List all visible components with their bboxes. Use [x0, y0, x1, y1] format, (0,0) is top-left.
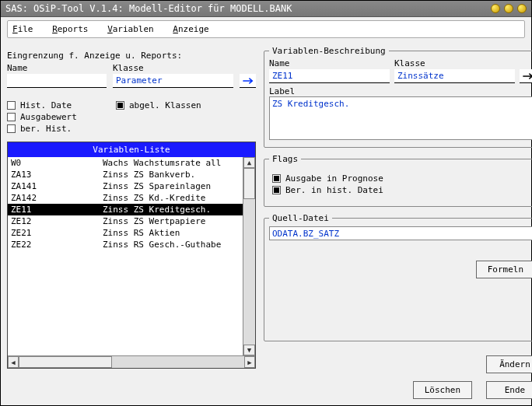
list-item-desc: Zinss RS Aktien	[103, 228, 180, 238]
menu-file[interactable]: File	[12, 24, 33, 34]
list-item-code: ZA13	[11, 170, 103, 180]
loeschen-button[interactable]: Löschen	[413, 381, 472, 399]
variablen-beschreibung-legend: Variablen-Beschreibung	[269, 46, 389, 56]
list-item-desc: Wachs Wachstumsrate all	[103, 158, 221, 168]
close-icon[interactable]	[517, 4, 527, 13]
vertical-scrollbar[interactable]: ▲ ▼	[243, 157, 255, 355]
besch-klasse-input[interactable]	[394, 69, 515, 83]
menu-anzeige[interactable]: Anzeige	[173, 24, 208, 34]
flags-group: Flags Ausgabe in Prognose Ber. in hist. …	[264, 154, 532, 207]
maximize-icon[interactable]	[504, 4, 513, 13]
formeln-button[interactable]: Formeln	[476, 261, 532, 278]
list-item[interactable]: ZE11Zinss ZS Kreditgesch.	[8, 204, 243, 215]
client-area: File Reports Variablen Anzeige Eingrenzu…	[1, 17, 531, 405]
filter-name-input[interactable]	[7, 74, 107, 88]
list-item-desc: Zinss ZS Bankverb.	[103, 170, 195, 180]
check-ausgabewert[interactable]	[7, 113, 16, 121]
filters-heading: Eingrenzung f. Anzeige u. Reports:	[7, 51, 256, 61]
variablen-liste: Variablen-Liste W0Wachs Wachstumsrate al…	[7, 142, 256, 369]
list-item[interactable]: ZE22Zinss RS Gesch.-Guthabe	[8, 239, 243, 250]
content: Eingrenzung f. Anzeige u. Reports: Name …	[7, 46, 525, 399]
check-abgel-klassen[interactable]	[116, 101, 124, 110]
variablen-liste-rows[interactable]: W0Wachs Wachstumsrate allZA13Zinss ZS Ba…	[8, 157, 243, 355]
quell-datei-group: Quell-Datei ODATA.BZ_SATZ Formeln	[264, 213, 532, 341]
variablen-beschreibung-group: Variablen-Beschreibung Name Klasse	[264, 46, 532, 148]
besch-klasse-label: Klasse	[394, 59, 515, 69]
flag-ber-hist-check[interactable]	[272, 186, 281, 194]
aendern-button[interactable]: Ändern	[486, 355, 532, 373]
list-item[interactable]: ZA142Zinss ZS Kd.-Kredite	[8, 192, 243, 204]
scroll-left-icon[interactable]: ◀	[8, 356, 19, 368]
check-abgel-klassen-label: abgel. Klassen	[129, 100, 201, 110]
list-item[interactable]: ZE12Zinss ZS Wertpapiere	[8, 215, 243, 227]
besch-label-textarea[interactable]	[269, 96, 532, 140]
check-ausgabewert-label: Ausgabewert	[20, 112, 77, 122]
action-buttons-2: Löschen Ende	[262, 381, 532, 399]
besch-name-label: Name	[269, 59, 390, 69]
list-item-code: ZA142	[11, 193, 103, 203]
variablen-liste-header: Variablen-Liste	[8, 142, 255, 157]
list-item-desc: Zinss ZS Kreditgesch.	[103, 205, 211, 215]
scroll-thumb[interactable]	[243, 168, 255, 199]
ende-button[interactable]: Ende	[486, 381, 532, 399]
filter-klasse-arrow[interactable]	[240, 74, 256, 88]
right-panel: Variablen-Beschreibung Name Klasse	[262, 46, 532, 399]
check-hist-date-label: Hist. Date	[20, 100, 72, 110]
besch-klasse-arrow[interactable]	[520, 69, 532, 83]
list-item-desc: Zinss ZS Spareinlagen	[103, 181, 211, 191]
check-ber-hist-label: ber. Hist.	[20, 124, 72, 134]
filter-row: Name Klasse	[7, 64, 256, 88]
list-item-code: ZE21	[11, 228, 103, 238]
flags-legend: Flags	[269, 154, 301, 164]
window-title: SAS: OSiP-Tool V.1.4: Modell-Editor für …	[5, 3, 292, 14]
list-item-code: ZA141	[11, 181, 103, 191]
list-item[interactable]: ZA141Zinss ZS Spareinlagen	[8, 180, 243, 192]
window-controls	[491, 4, 527, 13]
list-item[interactable]: W0Wachs Wachstumsrate all	[8, 157, 243, 169]
besch-name-input[interactable]	[269, 69, 390, 83]
filter-klasse-label: Klasse	[113, 64, 233, 74]
list-item-code: W0	[11, 158, 103, 168]
flag-ber-hist-label: Ber. in hist. Datei	[285, 185, 383, 195]
scroll-right-icon[interactable]: ▶	[244, 356, 255, 368]
quell-datei-value[interactable]: ODATA.BZ_SATZ	[269, 226, 532, 240]
horizontal-scrollbar[interactable]: ◀ ▶	[8, 355, 255, 368]
list-item-desc: Zinss RS Gesch.-Guthabe	[103, 240, 221, 250]
list-item-code: ZE12	[11, 216, 103, 226]
scroll-up-icon[interactable]: ▲	[243, 157, 255, 168]
list-item-code: ZE11	[11, 205, 103, 215]
check-ber-hist[interactable]	[7, 124, 16, 133]
check-hist-date[interactable]	[7, 101, 16, 110]
menu-variablen[interactable]: Variablen	[107, 24, 154, 34]
besch-label-label: Label	[269, 86, 532, 96]
left-panel: Eingrenzung f. Anzeige u. Reports: Name …	[7, 46, 256, 399]
list-item-desc: Zinss ZS Wertpapiere	[103, 216, 205, 226]
titlebar[interactable]: SAS: OSiP-Tool V.1.4: Modell-Editor für …	[1, 1, 531, 17]
flag-ausgabe-label: Ausgabe in Prognose	[285, 173, 383, 184]
hscroll-thumb[interactable]	[19, 356, 112, 368]
scroll-down-icon[interactable]: ▼	[243, 345, 255, 355]
flag-ausgabe-check[interactable]	[272, 174, 281, 183]
window: SAS: OSiP-Tool V.1.4: Modell-Editor für …	[0, 0, 532, 406]
filter-name-label: Name	[7, 64, 107, 74]
menubar: File Reports Variablen Anzeige	[7, 20, 525, 38]
list-item[interactable]: ZE21Zinss RS Aktien	[8, 227, 243, 239]
action-buttons: Ändern	[262, 355, 532, 373]
list-item-desc: Zinss ZS Kd.-Kredite	[103, 193, 205, 203]
list-item[interactable]: ZA13Zinss ZS Bankverb.	[8, 169, 243, 180]
list-item-code: ZE22	[11, 240, 103, 250]
filter-klasse-input[interactable]	[113, 74, 233, 88]
quell-datei-legend: Quell-Datei	[269, 213, 332, 223]
menu-reports[interactable]: Reports	[52, 24, 88, 34]
minimize-icon[interactable]	[491, 4, 500, 13]
